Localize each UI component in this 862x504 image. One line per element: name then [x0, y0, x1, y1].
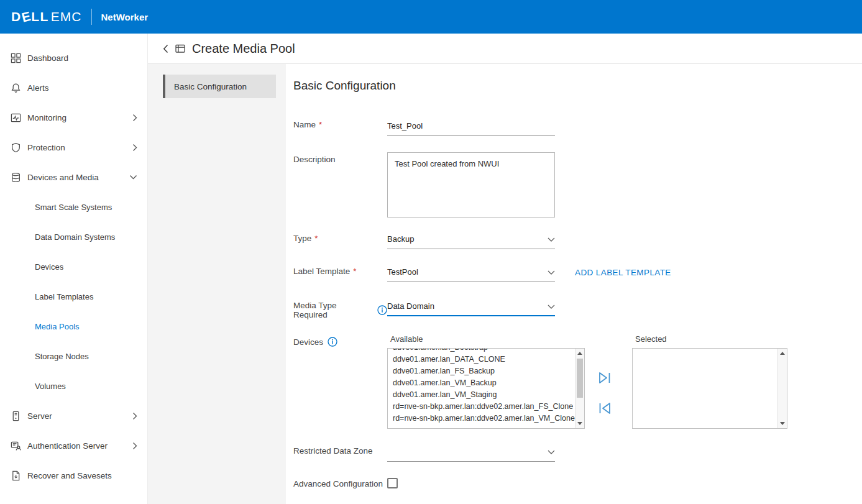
- scroll-up-button[interactable]: [778, 349, 787, 358]
- sidebar-item-dashboard[interactable]: Dashboard: [0, 43, 147, 73]
- type-select[interactable]: Backup: [387, 231, 555, 249]
- available-listbox[interactable]: ddve01.amer.lan_Bootstrap ddve01.amer.la…: [387, 348, 585, 429]
- restricted-data-zone-row: Restricted Data Zone: [293, 444, 862, 462]
- authentication-server-icon: [10, 440, 21, 451]
- sidebar-item-recover-and-savesets[interactable]: Recover and Savesets: [0, 460, 147, 490]
- chevron-down-icon: [548, 447, 555, 456]
- media-type-select[interactable]: Data Domain: [387, 298, 555, 316]
- sidebar-item-devices-and-media[interactable]: Devices and Media: [0, 162, 147, 192]
- sidebar-subitem-label: Storage Nodes: [35, 352, 89, 361]
- sidebar-subitem-label-templates[interactable]: Label Templates: [0, 282, 147, 311]
- sidebar-subitem-label: Data Domain Systems: [35, 232, 115, 242]
- dashboard-grid-icon: [10, 52, 21, 63]
- tab-label: Basic Configuration: [174, 82, 247, 91]
- sidebar-subitem-devices[interactable]: Devices: [0, 252, 147, 282]
- info-icon[interactable]: [377, 305, 387, 315]
- scroll-down-button[interactable]: [575, 419, 584, 428]
- devices-label: Devices: [293, 334, 387, 347]
- move-right-button[interactable]: [596, 369, 613, 387]
- section-title: Basic Configuration: [293, 79, 862, 93]
- move-left-button[interactable]: [596, 400, 613, 417]
- description-label: Description: [293, 152, 387, 164]
- sidebar: Dashboard Alerts Monitoring Protection D…: [0, 34, 148, 504]
- sidebar-subitem-smart-scale-systems[interactable]: Smart Scale Systems: [0, 192, 147, 222]
- description-row: Description Test Pool created from NWUI: [293, 152, 862, 218]
- database-stack-icon: [10, 172, 21, 183]
- device-option[interactable]: ddve01.amer.lan_VM_Backup: [388, 377, 575, 389]
- name-input[interactable]: [387, 117, 555, 136]
- logo-emc: EMC: [51, 9, 82, 24]
- sidebar-item-protection[interactable]: Protection: [0, 132, 147, 162]
- sidebar-item-label: Alerts: [27, 83, 49, 93]
- chevron-down-icon: [548, 301, 555, 311]
- recover-document-icon: [10, 470, 21, 481]
- sidebar-subitem-media-pools[interactable]: Media Pools: [0, 311, 147, 341]
- device-option[interactable]: ddve01.amer.lan_VM_Staging: [388, 389, 575, 401]
- media-type-select-value: Data Domain: [387, 301, 434, 311]
- sidebar-subitem-label: Volumes: [35, 382, 66, 391]
- shield-icon: [10, 142, 21, 153]
- available-list: ddve01.amer.lan_Bootstrap ddve01.amer.la…: [388, 348, 575, 424]
- transfer-buttons: [596, 369, 613, 417]
- wizard-step-panel: Basic Configuration: [148, 64, 286, 504]
- monitoring-chart-icon: [10, 112, 21, 123]
- tab-basic-configuration[interactable]: Basic Configuration: [163, 75, 276, 98]
- chevron-right-icon: [132, 144, 137, 152]
- sidebar-item-server[interactable]: Server: [0, 401, 147, 431]
- chevron-down-icon: [129, 175, 137, 180]
- device-option[interactable]: ddve01.amer.lan_Bootstrap: [388, 348, 575, 354]
- sidebar-item-label: Devices and Media: [27, 173, 99, 182]
- scroll-up-button[interactable]: [575, 349, 584, 358]
- type-row: Type * Backup: [293, 231, 862, 249]
- selected-scrollbar[interactable]: [777, 349, 787, 428]
- required-asterisk: *: [314, 234, 318, 243]
- chevron-down-icon: [548, 267, 555, 277]
- device-option[interactable]: rd=nve-sn-bkp.amer.lan:ddve02.amer.lan_V…: [388, 413, 575, 424]
- advanced-configuration-row: Advanced Configuration: [293, 477, 862, 488]
- name-label: Name *: [293, 117, 387, 129]
- description-textarea[interactable]: Test Pool created from NWUI: [387, 152, 555, 218]
- sidebar-subitem-volumes[interactable]: Volumes: [0, 371, 147, 401]
- add-label-template-link[interactable]: ADD LABEL TEMPLATE: [575, 268, 671, 282]
- dell-emc-logo: DELLEMC: [11, 9, 82, 24]
- server-icon: [10, 410, 21, 421]
- device-option[interactable]: rd=nve-sn-bkp.amer.lan:ddve02.amer.lan_F…: [388, 401, 575, 413]
- info-icon[interactable]: [328, 337, 337, 347]
- sidebar-subitem-storage-nodes[interactable]: Storage Nodes: [0, 341, 147, 371]
- chevron-right-icon: [132, 412, 137, 420]
- top-bar: DELLEMC NetWorker: [0, 0, 862, 34]
- sidebar-item-label: Monitoring: [27, 113, 66, 122]
- sidebar-item-label: Dashboard: [27, 53, 68, 63]
- page-header: Create Media Pool: [148, 34, 862, 64]
- sidebar-item-alerts[interactable]: Alerts: [0, 73, 147, 103]
- media-pool-icon: [175, 43, 186, 54]
- label-template-label: Label Template *: [293, 264, 387, 276]
- scroll-thumb[interactable]: [577, 359, 583, 398]
- restricted-data-zone-select[interactable]: [387, 444, 555, 462]
- form-area: Basic Configuration Name * Description T…: [286, 64, 862, 504]
- back-button[interactable]: [160, 42, 171, 56]
- bell-icon: [10, 82, 21, 93]
- sidebar-item-monitoring[interactable]: Monitoring: [0, 103, 147, 132]
- sidebar-subitem-label: Label Templates: [35, 292, 93, 301]
- sidebar-subitem-data-domain-systems[interactable]: Data Domain Systems: [0, 222, 147, 252]
- devices-row: Devices Available ddve01.amer.lan_Bootst…: [293, 334, 862, 429]
- name-row: Name *: [293, 117, 862, 136]
- device-option[interactable]: ddve01.amer.lan_FS_Backup: [388, 365, 575, 377]
- advanced-configuration-checkbox[interactable]: [387, 478, 398, 488]
- chevron-right-icon: [132, 442, 137, 450]
- sidebar-item-authentication-server[interactable]: Authentication Server: [0, 431, 147, 460]
- required-asterisk: *: [319, 120, 322, 129]
- type-label: Type *: [293, 231, 387, 243]
- sidebar-item-label: Recover and Savesets: [27, 471, 112, 480]
- main-area: Create Media Pool Basic Configuration Ba…: [148, 34, 862, 504]
- scroll-down-button[interactable]: [778, 419, 787, 428]
- device-option[interactable]: ddve01.amer.lan_DATA_CLONE: [388, 354, 575, 365]
- label-template-select-value: TestPool: [387, 267, 418, 277]
- required-asterisk: *: [353, 267, 356, 276]
- restricted-data-zone-label: Restricted Data Zone: [293, 444, 387, 456]
- selected-listbox[interactable]: [632, 348, 787, 429]
- label-template-row: Label Template * TestPool ADD LABEL TEMP…: [293, 264, 862, 282]
- label-template-select[interactable]: TestPool: [387, 264, 555, 282]
- available-scrollbar[interactable]: [575, 349, 584, 428]
